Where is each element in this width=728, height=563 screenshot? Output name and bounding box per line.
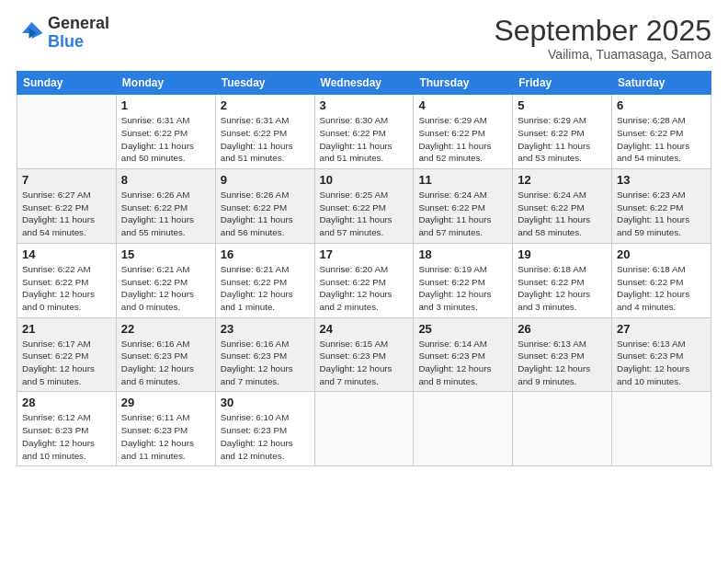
table-row: 8Sunrise: 6:26 AMSunset: 6:22 PMDaylight…: [116, 169, 215, 244]
day-number: 3: [320, 98, 409, 112]
day-info-line: Sunset: 6:22 PM: [518, 277, 584, 287]
day-info-line: and 55 minutes.: [121, 227, 186, 237]
day-info-line: and 59 minutes.: [617, 227, 681, 237]
day-info-line: Sunrise: 6:27 AM: [22, 190, 91, 200]
day-info-line: Daylight: 12 hours: [121, 289, 194, 299]
day-number: 21: [22, 322, 111, 336]
day-number: 14: [22, 247, 111, 261]
day-info-line: Sunrise: 6:21 AM: [121, 264, 190, 274]
day-info-line: and 51 minutes.: [221, 153, 285, 163]
day-info-line: Sunset: 6:23 PM: [320, 350, 386, 361]
day-info-line: and 2 minutes.: [320, 302, 379, 312]
month-title: September 2025: [494, 15, 711, 47]
day-info-line: and 10 minutes.: [617, 376, 681, 386]
table-row: 16Sunrise: 6:21 AMSunset: 6:22 PMDayligh…: [215, 243, 314, 317]
day-info: Sunrise: 6:25 AMSunset: 6:22 PMDaylight:…: [320, 189, 409, 239]
day-info: Sunrise: 6:12 AMSunset: 6:23 PMDaylight:…: [22, 411, 111, 462]
day-info-line: and 54 minutes.: [617, 153, 681, 163]
day-info: Sunrise: 6:17 AMSunset: 6:22 PMDaylight:…: [22, 338, 111, 388]
day-info-line: Daylight: 12 hours: [221, 289, 293, 299]
day-info-line: and 54 minutes.: [22, 227, 86, 237]
table-row: 23Sunrise: 6:16 AMSunset: 6:23 PMDayligh…: [215, 317, 314, 392]
day-info-line: Sunset: 6:22 PM: [22, 202, 88, 213]
day-info-line: and 6 minutes.: [121, 376, 180, 386]
table-row: 30Sunrise: 6:10 AMSunset: 6:23 PMDayligh…: [215, 392, 314, 466]
header-wednesday: Wednesday: [314, 72, 414, 95]
day-number: 12: [518, 173, 607, 187]
day-info-line: and 50 minutes.: [121, 153, 186, 163]
day-info-line: Sunrise: 6:18 AM: [518, 264, 586, 274]
table-row: 15Sunrise: 6:21 AMSunset: 6:22 PMDayligh…: [116, 243, 215, 317]
day-info-line: Sunrise: 6:16 AM: [121, 339, 190, 349]
day-info-line: and 57 minutes.: [320, 227, 384, 237]
day-number: 19: [518, 247, 607, 261]
day-info-line: Sunrise: 6:20 AM: [320, 264, 389, 274]
day-info-line: Daylight: 12 hours: [22, 438, 95, 448]
day-info-line: Sunrise: 6:13 AM: [518, 339, 586, 349]
logo-general: General: [48, 15, 109, 33]
day-info-line: Daylight: 11 hours: [221, 214, 293, 224]
day-info-line: Daylight: 11 hours: [22, 214, 95, 224]
day-info-line: Sunset: 6:23 PM: [22, 425, 88, 435]
table-row: 10Sunrise: 6:25 AMSunset: 6:22 PMDayligh…: [314, 169, 414, 244]
day-info-line: Daylight: 12 hours: [320, 363, 392, 373]
table-row: 1Sunrise: 6:31 AMSunset: 6:22 PMDaylight…: [116, 95, 215, 169]
day-info-line: Sunset: 6:23 PM: [121, 425, 188, 435]
table-row: 24Sunrise: 6:15 AMSunset: 6:23 PMDayligh…: [314, 317, 414, 392]
table-row: 9Sunrise: 6:26 AMSunset: 6:22 PMDaylight…: [215, 169, 314, 244]
day-info-line: Daylight: 12 hours: [617, 363, 689, 373]
day-info: Sunrise: 6:21 AMSunset: 6:22 PMDaylight:…: [121, 263, 210, 314]
day-info-line: and 5 minutes.: [22, 376, 81, 386]
day-info-line: and 8 minutes.: [418, 376, 477, 386]
day-info-line: Sunset: 6:22 PM: [518, 202, 584, 213]
day-info-line: Sunset: 6:22 PM: [221, 202, 287, 213]
table-row: 5Sunrise: 6:29 AMSunset: 6:22 PMDaylight…: [513, 95, 612, 169]
table-row: 12Sunrise: 6:24 AMSunset: 6:22 PMDayligh…: [513, 169, 612, 244]
calendar-week-row: 1Sunrise: 6:31 AMSunset: 6:22 PMDaylight…: [17, 95, 711, 169]
header: General Blue September 2025 Vailima, Tua…: [17, 15, 711, 62]
day-number: 10: [320, 173, 409, 187]
day-info-line: Sunset: 6:22 PM: [518, 128, 584, 138]
day-info-line: and 0 minutes.: [121, 302, 180, 312]
day-info-line: Sunrise: 6:18 AM: [617, 264, 686, 274]
day-info-line: Sunrise: 6:25 AM: [320, 190, 389, 200]
day-info-line: Daylight: 11 hours: [221, 141, 293, 151]
table-row: 18Sunrise: 6:19 AMSunset: 6:22 PMDayligh…: [414, 243, 513, 317]
day-info-line: Daylight: 12 hours: [518, 289, 590, 299]
day-info-line: Sunset: 6:23 PM: [518, 350, 584, 361]
day-info-line: and 11 minutes.: [121, 451, 186, 461]
logo-blue: Blue: [48, 33, 109, 52]
day-number: 15: [121, 247, 210, 261]
day-info-line: Sunset: 6:22 PM: [320, 202, 386, 213]
day-info-line: Daylight: 12 hours: [617, 289, 689, 299]
day-number: 9: [221, 173, 310, 187]
day-info-line: Daylight: 11 hours: [518, 214, 590, 224]
day-info-line: Daylight: 11 hours: [518, 141, 590, 151]
table-row: 20Sunrise: 6:18 AMSunset: 6:22 PMDayligh…: [612, 243, 711, 317]
day-info-line: and 58 minutes.: [518, 227, 582, 237]
day-number: 20: [617, 247, 706, 261]
table-row: 7Sunrise: 6:27 AMSunset: 6:22 PMDaylight…: [17, 169, 117, 244]
day-info-line: Daylight: 12 hours: [121, 363, 194, 373]
table-row: 11Sunrise: 6:24 AMSunset: 6:22 PMDayligh…: [414, 169, 513, 244]
day-info-line: Sunrise: 6:31 AM: [121, 115, 190, 125]
day-info-line: Sunset: 6:22 PM: [418, 202, 484, 213]
day-info: Sunrise: 6:31 AMSunset: 6:22 PMDaylight:…: [221, 114, 310, 165]
day-info-line: Sunrise: 6:17 AM: [22, 339, 91, 349]
day-info-line: Sunrise: 6:19 AM: [418, 264, 487, 274]
table-row: 6Sunrise: 6:28 AMSunset: 6:22 PMDaylight…: [612, 95, 711, 169]
day-info-line: Sunrise: 6:31 AM: [221, 115, 290, 125]
day-number: 16: [221, 247, 310, 261]
day-info-line: Sunset: 6:22 PM: [418, 277, 484, 287]
calendar-week-row: 7Sunrise: 6:27 AMSunset: 6:22 PMDaylight…: [17, 169, 711, 244]
day-number: 13: [617, 173, 706, 187]
day-info-line: and 7 minutes.: [221, 376, 279, 386]
day-number: 18: [418, 247, 507, 261]
day-info-line: Sunrise: 6:26 AM: [221, 190, 290, 200]
day-number: 23: [221, 322, 310, 336]
day-number: 29: [121, 396, 210, 409]
day-info-line: Daylight: 12 hours: [418, 363, 491, 373]
day-number: 1: [121, 98, 210, 112]
calendar-week-row: 28Sunrise: 6:12 AMSunset: 6:23 PMDayligh…: [17, 392, 711, 466]
table-row: [414, 392, 513, 466]
